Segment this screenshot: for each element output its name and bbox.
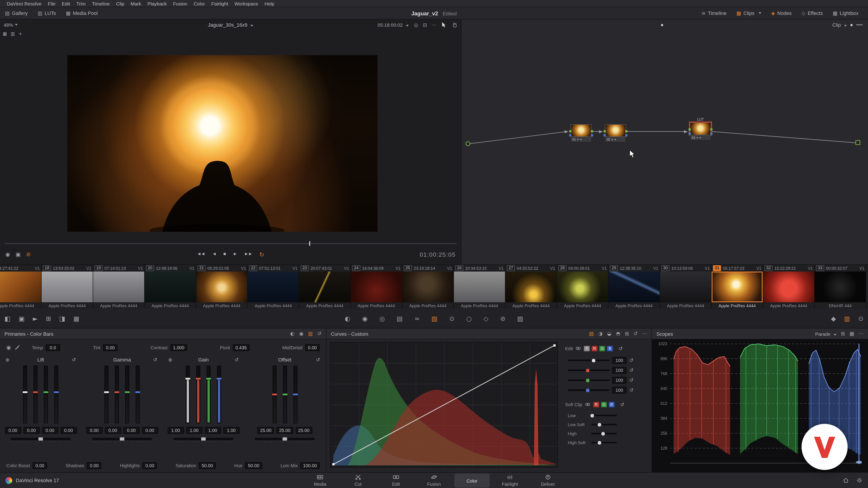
menu-item[interactable]: Mark	[127, 1, 145, 6]
timeline-clip[interactable]: 18 13:53:25:02 V1 Apple ProRes 4444	[41, 265, 93, 309]
rgb-input-port[interactable]	[603, 130, 606, 132]
wheels-mode-icon[interactable]: ◉	[299, 331, 304, 336]
clip-thumbnail[interactable]	[557, 271, 608, 302]
channel-gain-value[interactable]: 100	[612, 387, 627, 393]
softclip-slider[interactable]	[591, 433, 617, 434]
master-wheel-handle[interactable]	[120, 437, 124, 441]
settings-gear-icon[interactable]	[856, 477, 863, 484]
menu-item[interactable]: File	[45, 1, 59, 6]
slider-handle[interactable]	[601, 432, 605, 435]
grid-icon[interactable]: ⊞	[625, 331, 629, 336]
timeline-button[interactable]: ≡ Timeline	[696, 10, 732, 16]
clip-thumbnail[interactable]	[763, 271, 814, 302]
node-graph-pane[interactable]: Clip 01	[461, 20, 868, 264]
clip-thumbnail[interactable]	[712, 271, 763, 302]
clip-number[interactable]: 29	[610, 265, 618, 271]
loop-button[interactable]: ↻	[259, 251, 265, 258]
graph-slider[interactable]	[856, 24, 863, 25]
bar-handle[interactable]	[282, 394, 287, 395]
reset-group-icon[interactable]: ↺	[316, 357, 320, 362]
clip-thumbnail[interactable]	[0, 271, 41, 302]
bar-handle[interactable]	[206, 378, 211, 379]
softclip-slider[interactable]	[591, 424, 617, 425]
timeline-clip[interactable]: 29 12:38:35:10 V1 Apple ProRes 4444	[609, 265, 660, 309]
color-bar-slider[interactable]	[125, 365, 129, 423]
motion-effects-icon[interactable]: ≈	[414, 315, 420, 322]
bar-handle[interactable]	[43, 391, 49, 393]
color-bar-slider[interactable]	[135, 365, 140, 423]
color-value[interactable]: 0.00	[86, 427, 102, 434]
timeline-clip[interactable]: 30 10:13:59:06 V1 Apple ProRes 4444	[660, 265, 712, 309]
hand-tool-icon[interactable]	[452, 22, 458, 28]
channel-button[interactable]: G	[601, 401, 607, 408]
clip-number[interactable]: 32	[765, 265, 773, 271]
timeline-clip[interactable]: 19 07:14:01:23 V1 Apple ProRes 4444	[93, 265, 145, 309]
bar-handle[interactable]	[272, 394, 277, 395]
clip-thumbnail[interactable]	[299, 271, 350, 302]
key-output-port[interactable]	[625, 134, 627, 136]
key-output-port[interactable]	[710, 132, 712, 135]
hdr-grade-icon[interactable]: ◎	[379, 315, 385, 322]
master-wheel-slider[interactable]	[11, 438, 70, 440]
master-wheel-handle[interactable]	[201, 437, 206, 441]
custom-curves-icon[interactable]: ▧	[589, 331, 594, 336]
color-bar-slider[interactable]	[293, 365, 297, 423]
channel-gain-slider[interactable]	[568, 359, 610, 361]
node-thumbnail[interactable]	[690, 123, 711, 135]
color-bar-slider[interactable]	[186, 365, 190, 423]
channel-button[interactable]: B	[607, 346, 613, 351]
color-bar-slider[interactable]	[104, 365, 108, 423]
clip-thumbnail[interactable]	[145, 271, 196, 302]
color-value[interactable]: 1.00	[186, 427, 202, 434]
timeline-clip[interactable]: 25 23:19:18:14 V1 Apple ProRes 4444	[402, 265, 454, 309]
reset-curves-icon[interactable]: ↺	[633, 331, 638, 336]
rgb-mixer-icon[interactable]: ▤	[397, 315, 403, 322]
bar-handle[interactable]	[125, 391, 130, 393]
color-bar-slider[interactable]	[115, 365, 119, 423]
color-wheels-icon[interactable]: ◉	[362, 315, 368, 322]
reset-softclip-icon[interactable]: ↺	[620, 402, 624, 407]
eyedropper-icon[interactable]	[15, 345, 20, 350]
softclip-slider[interactable]	[591, 442, 617, 443]
color-value[interactable]: 1.00	[205, 427, 221, 434]
clip-thumbnail[interactable]	[815, 271, 866, 302]
param-value[interactable]: 0.00	[33, 462, 47, 469]
clip-number[interactable]: 23	[301, 265, 309, 271]
timeline-clip[interactable]: 21 05:29:21:05 V1 Apple ProRes 4444	[196, 265, 248, 309]
bypass-grades-icon[interactable]: ◎	[414, 22, 418, 27]
scope-mode-select[interactable]: Parade	[815, 331, 836, 336]
split-screen-icon[interactable]: ⊟	[423, 22, 427, 27]
key-output-port[interactable]	[591, 134, 593, 136]
color-value[interactable]: 0.00	[23, 427, 39, 434]
slider-handle[interactable]	[586, 379, 590, 382]
nodes-button[interactable]: ◈ Nodes	[766, 10, 797, 16]
master-wheel-handle[interactable]	[283, 437, 287, 441]
channel-button[interactable]: R	[591, 346, 598, 351]
printer-lights-icon[interactable]: ⊕	[5, 357, 9, 362]
param-value[interactable]: 0.0	[46, 344, 60, 351]
bars-mode-icon[interactable]: ▥	[308, 331, 313, 336]
menu-item[interactable]: Playback	[144, 1, 170, 6]
graph-option-dot[interactable]	[850, 24, 852, 26]
clip-thumbnail[interactable]	[248, 271, 299, 302]
bar-handle[interactable]	[217, 378, 221, 379]
reset-group-icon[interactable]: ↺	[235, 357, 239, 362]
param-value[interactable]: 50.00	[245, 462, 262, 469]
luts-button[interactable]: ▥ LUTs	[33, 7, 61, 19]
stop-button[interactable]: ■	[223, 251, 225, 258]
reset-edit-icon[interactable]: ↺	[618, 346, 622, 351]
color-bar-slider[interactable]	[44, 365, 48, 423]
slider-handle[interactable]	[590, 414, 594, 417]
bar-handle[interactable]	[135, 391, 140, 393]
color-bar-slider[interactable]	[217, 365, 221, 423]
bar-handle[interactable]	[196, 378, 201, 379]
menu-item[interactable]: Edit	[59, 1, 73, 6]
page-button[interactable]: Cut	[340, 473, 376, 487]
softclip-slider[interactable]	[591, 415, 617, 416]
color-value[interactable]: 1.00	[167, 427, 184, 434]
clip-thumbnail[interactable]	[351, 271, 402, 302]
timeline-clip[interactable]: 23:27:41:22 V1 Apple ProRes 4444	[0, 265, 41, 309]
color-value[interactable]: 25.00	[276, 427, 293, 434]
page-button[interactable]: Fusion	[416, 473, 452, 487]
page-button[interactable]: Edit	[378, 473, 414, 487]
